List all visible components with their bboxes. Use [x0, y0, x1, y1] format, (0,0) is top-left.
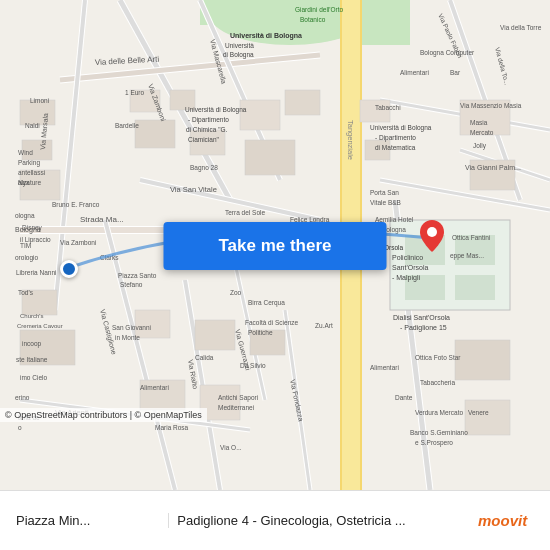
svg-text:Via Zamboni: Via Zamboni [60, 239, 96, 246]
svg-text:o: o [18, 424, 22, 431]
moovit-logo-text: moovit [478, 512, 527, 529]
svg-rect-50 [135, 120, 175, 148]
svg-text:- Padiglione 15: - Padiglione 15 [400, 324, 447, 332]
svg-text:Policlinico: Policlinico [392, 254, 423, 261]
svg-rect-52 [240, 100, 280, 130]
origin-marker [60, 260, 78, 278]
svg-text:Dialisi Sant'Orsola: Dialisi Sant'Orsola [393, 314, 450, 321]
svg-text:Ottica Foto Star: Ottica Foto Star [415, 354, 461, 361]
origin-name: Piazza Min... [16, 513, 160, 528]
svg-text:Via della Torre: Via della Torre [500, 24, 542, 31]
destination-section: Padiglione 4 - Ginecologia, Ostetricia .… [177, 513, 472, 528]
svg-text:ologna: ologna [15, 212, 35, 220]
svg-text:- Malpigli: - Malpigli [392, 274, 420, 282]
svg-text:Cremeria Cavour: Cremeria Cavour [17, 323, 63, 329]
svg-text:Libreria Nanni: Libreria Nanni [16, 269, 56, 276]
svg-text:Bologna: Bologna [15, 226, 41, 234]
svg-text:Venere: Venere [468, 409, 489, 416]
svg-text:Strada Ma...: Strada Ma... [80, 215, 124, 224]
svg-text:Birra Cerqua: Birra Cerqua [248, 299, 285, 307]
svg-text:TIM: TIM [20, 242, 31, 249]
svg-text:Terra del Sole: Terra del Sole [225, 209, 265, 216]
svg-text:Università di Bologna: Università di Bologna [230, 32, 302, 40]
svg-text:Mercato: Mercato [470, 129, 494, 136]
svg-text:Via San Vitale: Via San Vitale [170, 185, 217, 194]
svg-text:Jolly: Jolly [473, 142, 487, 150]
svg-text:imo Cielo: imo Cielo [20, 374, 47, 381]
svg-rect-56 [195, 320, 235, 350]
svg-text:Antichi Sapori: Antichi Sapori [218, 394, 258, 402]
svg-text:Banco S.Geminiano: Banco S.Geminiano [410, 429, 468, 436]
svg-text:Limonì: Limonì [30, 97, 50, 104]
svg-text:il Lipraccio: il Lipraccio [20, 236, 51, 244]
svg-text:- Dipartimento: - Dipartimento [375, 134, 416, 142]
svg-text:Zoo: Zoo [230, 289, 242, 296]
svg-text:Verdura Mercato: Verdura Mercato [415, 409, 463, 416]
svg-rect-64 [455, 340, 510, 380]
svg-text:Tangenziale: Tangenziale [346, 120, 355, 160]
svg-text:Wind: Wind [18, 149, 33, 156]
take-me-there-button[interactable]: Take me there [164, 222, 387, 270]
svg-text:1 Euro: 1 Euro [125, 89, 145, 96]
svg-rect-42 [455, 275, 495, 300]
svg-text:Ottica Fantini: Ottica Fantini [452, 234, 490, 241]
svg-text:Church's: Church's [20, 313, 44, 319]
svg-text:antellassi: antellassi [18, 169, 45, 176]
svg-rect-53 [285, 90, 320, 115]
svg-text:Stefano: Stefano [120, 281, 143, 288]
svg-text:alzature: alzature [18, 179, 42, 186]
svg-text:Università: Università [225, 42, 254, 49]
destination-name: Padiglione 4 - Ginecologia, Ostetricia .… [177, 513, 466, 528]
svg-text:Bagno 28: Bagno 28 [190, 164, 218, 172]
svg-text:Alimentari: Alimentari [370, 364, 399, 371]
svg-text:Calida: Calida [195, 354, 214, 361]
svg-point-170 [427, 227, 437, 237]
svg-text:orologio: orologio [15, 254, 39, 262]
svg-text:erino: erino [15, 394, 30, 401]
svg-text:Università di Bologna: Università di Bologna [185, 106, 247, 114]
svg-text:Via O...: Via O... [220, 444, 242, 451]
svg-text:Porta San: Porta San [370, 189, 399, 196]
moovit-logo: moovit [478, 512, 540, 529]
bottom-bar: Piazza Min... Padiglione 4 - Ginecologia… [0, 490, 550, 550]
origin-section: Piazza Min... [10, 513, 169, 528]
svg-text:Masia: Masia [470, 119, 488, 126]
svg-text:di Chimica "G.: di Chimica "G. [186, 126, 228, 133]
svg-text:Da Silvio: Da Silvio [240, 362, 266, 369]
svg-text:Piazza Santo: Piazza Santo [118, 272, 157, 279]
map-container: Via delle Belle Arti Via Zamboni Via Mar… [0, 0, 550, 490]
svg-text:Bruno E. Franco: Bruno E. Franco [52, 201, 100, 208]
svg-text:Ciamician": Ciamician" [188, 136, 220, 143]
svg-text:Bologna Computer: Bologna Computer [420, 49, 475, 57]
svg-text:Zu.Art: Zu.Art [315, 322, 333, 329]
svg-text:Vitale B&B: Vitale B&B [370, 199, 401, 206]
svg-text:- Dipartimento: - Dipartimento [188, 116, 229, 124]
svg-text:San Giovanni: San Giovanni [112, 324, 151, 331]
svg-text:Tabaccheria: Tabaccheria [420, 379, 455, 386]
svg-text:Giardini dell'Orto: Giardini dell'Orto [295, 6, 344, 13]
svg-text:Alimentari: Alimentari [140, 384, 169, 391]
svg-text:di Matematica: di Matematica [375, 144, 416, 151]
map-attribution: © OpenStreetMap contributors | © OpenMap… [0, 408, 207, 422]
svg-text:Università di Bologna: Università di Bologna [370, 124, 432, 132]
svg-text:Tabacchi: Tabacchi [375, 104, 401, 111]
svg-text:Politiche: Politiche [248, 329, 273, 336]
svg-text:in Monte: in Monte [115, 334, 140, 341]
destination-marker [420, 220, 444, 252]
svg-text:Tod's: Tod's [18, 289, 34, 296]
svg-text:e S.Prospero: e S.Prospero [415, 439, 453, 447]
svg-text:Parking: Parking [18, 159, 40, 167]
svg-text:Alimentari: Alimentari [400, 69, 429, 76]
svg-text:di Bologna: di Bologna [223, 51, 254, 59]
svg-text:ste Italiane: ste Italiane [16, 356, 48, 363]
svg-text:Dante: Dante [395, 394, 413, 401]
svg-text:Via Massenzio Masia: Via Massenzio Masia [460, 102, 522, 109]
svg-text:Via Gianni Palm...: Via Gianni Palm... [465, 164, 521, 171]
svg-text:incoop: incoop [22, 340, 42, 348]
svg-text:Naldi: Naldi [25, 122, 40, 129]
svg-text:Facoltà di Scienze: Facoltà di Scienze [245, 319, 298, 326]
svg-text:Bardelle: Bardelle [115, 122, 139, 129]
svg-text:Mediterranei: Mediterranei [218, 404, 254, 411]
svg-rect-54 [245, 140, 295, 175]
svg-text:Botanico: Botanico [300, 16, 326, 23]
